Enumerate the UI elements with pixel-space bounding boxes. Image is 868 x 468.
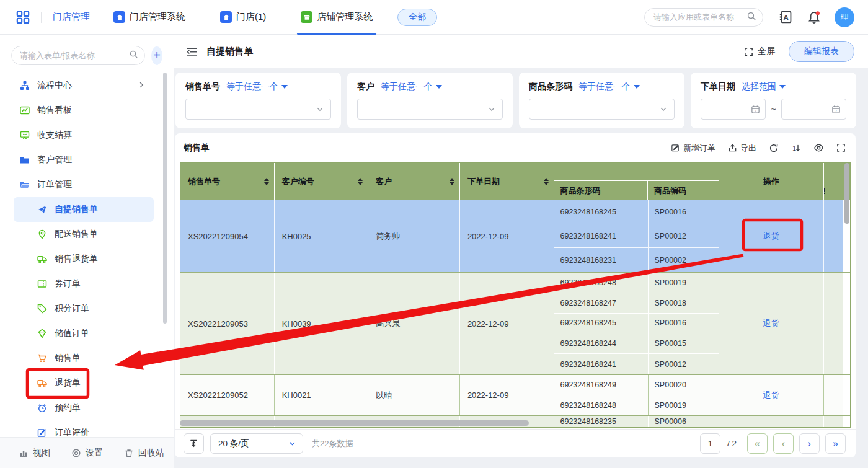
date-end-input[interactable]: 7 [781, 99, 846, 120]
filter-condition[interactable]: 等于任意一个 [381, 81, 442, 92]
return-goods-link[interactable]: 退货 [763, 318, 779, 329]
filter-bar: 销售单号 等于任意一个 客户 等于任意一个 [175, 73, 856, 128]
table-row[interactable]: XS20221209052 KH0021 以晴 2022-12-09 69232… [180, 375, 850, 416]
filter-select[interactable] [357, 99, 503, 120]
table-fullscreen-icon[interactable] [836, 143, 846, 152]
table-row[interactable]: XS20221209053 KH0039 高兴泉 2022-12-09 6923… [180, 273, 850, 375]
tab-mendian-1[interactable]: 门店(1) [220, 0, 266, 35]
sidebar-footer: 视图 设置 回收站 [0, 437, 174, 468]
sort-toggle[interactable] [450, 178, 454, 185]
filter-condition[interactable]: 选择范围 [742, 81, 786, 92]
sidebar-item-stored-value-order[interactable]: 储值订单 [0, 321, 174, 346]
fit-rows-button[interactable] [184, 433, 204, 454]
sidebar-item-delivery-sales-order[interactable]: 配送销售单 [0, 222, 174, 247]
product-group-header: 商品条形码 商品编码 [554, 163, 719, 200]
workspace-name[interactable]: 门店管理 [53, 11, 90, 23]
date-start-input[interactable]: 7 [701, 99, 766, 120]
add-form-button[interactable]: + [151, 46, 162, 65]
sidebar-item-reservation-order[interactable]: 预约单 [0, 395, 174, 420]
notification-bell-icon[interactable] [807, 11, 821, 24]
product-subrow: 6923248168241 SP00012 [554, 354, 719, 374]
sidebar-item-points-order[interactable]: 积分订单 [0, 296, 174, 321]
search-icon [129, 50, 138, 61]
divider [41, 12, 42, 23]
prev-page-button[interactable]: ‹ [773, 433, 794, 454]
caret-down-icon [634, 85, 640, 89]
menu-fold-icon[interactable] [186, 46, 198, 58]
filter-condition[interactable]: 等于任意一个 [226, 81, 288, 92]
sales-order-table: 销售单号 客户编号 客户 下单日期 商品条形码 商品编码 操作 ! [180, 162, 851, 428]
cart-icon [37, 353, 47, 363]
first-page-button[interactable]: « [747, 433, 768, 454]
tab-mendian-mgmt-system[interactable]: 门店管理系统 [113, 0, 185, 35]
sidebar-item-pickup-sales-order[interactable]: 自提销售单 [14, 197, 154, 222]
folder-open-icon [20, 180, 30, 190]
export-icon [728, 143, 737, 152]
page-header: 自提销售单 全屏 编辑报表 [174, 35, 868, 68]
last-page-button[interactable]: » [825, 433, 846, 454]
sidebar-scrollbar[interactable] [163, 73, 167, 324]
chevron-right-icon[interactable] [138, 81, 145, 91]
total-pages: / 2 [727, 439, 737, 448]
sidebar-item-coupon-order[interactable]: 券订单 [0, 272, 174, 296]
filter-customer: 客户 等于任意一个 [347, 73, 513, 128]
alarm-clock-icon [37, 403, 47, 413]
refresh-icon[interactable] [769, 143, 779, 153]
sidebar-search-input[interactable] [20, 51, 129, 60]
pagination-bar: 20 条/页 共22条数据 1 / 2 « ‹ › » [175, 429, 856, 457]
table-row[interactable]: XS20221209054 KH0025 简务帅 2022-12-09 6923… [180, 200, 850, 273]
global-search-input[interactable] [653, 12, 746, 22]
filter-select[interactable] [529, 99, 675, 120]
filter-barcode: 商品条形码 等于任意一个 [519, 73, 684, 128]
export-button[interactable]: 导出 [728, 143, 756, 154]
sidebar-item-customer-mgmt[interactable]: 客户管理 [0, 148, 174, 172]
sidebar-item-order-mgmt[interactable]: 订单管理 [0, 172, 174, 197]
page-size-select[interactable]: 20 条/页 [210, 433, 303, 454]
views-button[interactable]: 视图 [19, 448, 50, 459]
sidebar-search[interactable] [11, 46, 145, 65]
filter-select[interactable] [185, 99, 331, 120]
chevron-down-icon [659, 105, 668, 113]
return-goods-link[interactable]: 退货 [763, 231, 779, 242]
ticket-icon [37, 279, 47, 289]
sidebar-item-sales-return-order[interactable]: 销售退货单 [0, 247, 174, 272]
table-header: 销售单号 客户编号 客户 下单日期 商品条形码 商品编码 操作 ! [180, 163, 850, 200]
current-page-box[interactable]: 1 [700, 433, 720, 454]
add-order-button[interactable]: 新增订单 [671, 143, 715, 154]
flow-icon [20, 81, 30, 91]
sort-toggle[interactable] [264, 178, 269, 185]
avatar[interactable]: 理 [835, 7, 854, 27]
table-horizontal-scrollbar[interactable] [180, 420, 529, 426]
filter-order-date: 下单日期 选择范围 7 ~ [691, 73, 856, 128]
eye-icon[interactable] [813, 143, 824, 153]
gem-icon [37, 329, 47, 338]
recycle-bin-button[interactable]: 回收站 [124, 448, 164, 459]
sidebar: + 流程中心 销售看板 [0, 35, 174, 468]
translate-icon[interactable]: A [778, 10, 792, 24]
table-vertical-scrollbar[interactable] [844, 163, 849, 224]
edit-order-icon [671, 143, 680, 152]
product-subrow: 6923248168235 SP00006 [554, 416, 719, 427]
sidebar-item-sales-order[interactable]: 销售单 [0, 346, 174, 371]
sort-icon[interactable]: 1 [791, 143, 801, 153]
fullscreen-button[interactable]: 全屏 [744, 46, 775, 57]
board-icon [20, 130, 30, 140]
next-page-button[interactable]: › [799, 433, 820, 454]
settings-button[interactable]: 设置 [71, 448, 103, 459]
apps-grid-icon[interactable] [16, 11, 30, 24]
all-pill-button[interactable]: 全部 [397, 9, 437, 26]
product-subrow: 6923248168244 SP00015 [554, 333, 719, 354]
global-search[interactable] [644, 8, 763, 27]
sidebar-item-flow-center[interactable]: 流程中心 [0, 73, 174, 98]
sort-toggle[interactable] [544, 178, 549, 185]
edit-report-button[interactable]: 编辑报表 [789, 41, 854, 62]
product-subrow: 6923248168247 SP00018 [554, 293, 719, 314]
sort-toggle[interactable] [358, 178, 363, 185]
sidebar-item-return-order[interactable]: 退货单 [0, 371, 174, 395]
sidebar-item-sales-dashboard[interactable]: 销售看板 [0, 98, 174, 123]
tab-dianpu-mgmt-system[interactable]: 店铺管理系统 [301, 0, 373, 35]
truck-icon [37, 378, 47, 388]
filter-condition[interactable]: 等于任意一个 [578, 81, 640, 92]
return-goods-link[interactable]: 退货 [763, 390, 779, 401]
sidebar-item-income-settlement[interactable]: 收支结算 [0, 123, 174, 148]
